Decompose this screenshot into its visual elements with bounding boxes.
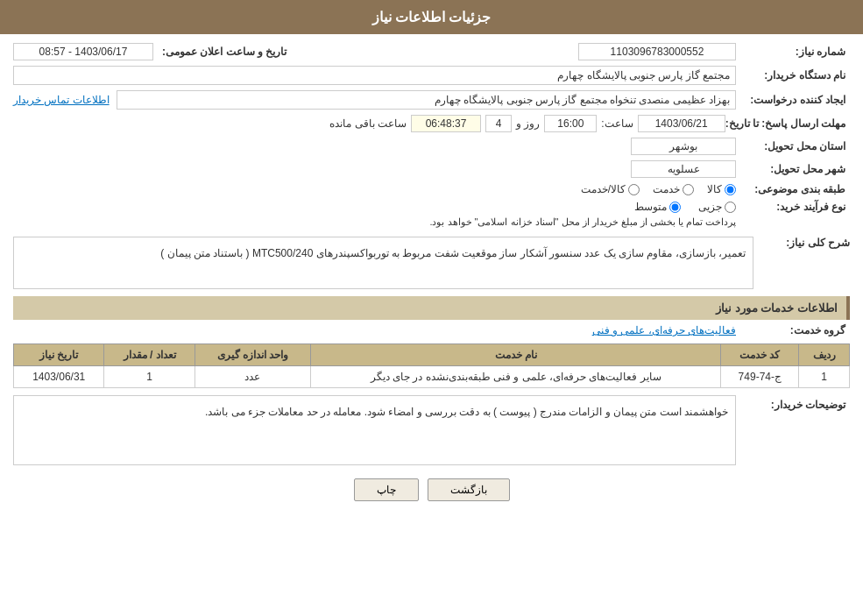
- table-row: 1 ج-74-749 سایر فعالیت‌های حرفه‌ای، علمی…: [14, 366, 850, 388]
- deadline-remaining-label: ساعت باقی مانده: [329, 117, 407, 130]
- purchase-type-jozi[interactable]: جزیی: [698, 201, 736, 213]
- deadline-label: مهلت ارسال پاسخ: تا تاریخ:: [725, 117, 850, 130]
- col-qty: تعداد / مقدار: [104, 344, 195, 366]
- back-button[interactable]: بازگشت: [428, 478, 510, 501]
- service-group-value[interactable]: فعالیت‌های حرفه‌ای، علمی و فنی: [592, 324, 736, 336]
- purchase-type-label: نوع فرآیند خرید:: [736, 201, 850, 213]
- buyer-notes-value: خواهشمند است متن پیمان و الزامات مندرج (…: [13, 395, 736, 465]
- purchase-type-note: پرداخت تمام یا بخشی از مبلغ خریدار از مح…: [13, 216, 736, 228]
- page-title: جزئیات اطلاعات نیاز: [372, 10, 492, 25]
- print-button[interactable]: چاپ: [354, 478, 419, 501]
- cell-unit: عدد: [195, 366, 310, 388]
- action-buttons: بازگشت چاپ: [13, 478, 850, 501]
- cell-code: ج-74-749: [721, 366, 799, 388]
- buyer-org-value: مجتمع گاز پارس جنوبی پالایشگاه چهارم: [13, 66, 736, 85]
- cell-name: سایر فعالیت‌های حرفه‌ای، علمی و فنی طبقه…: [311, 366, 721, 388]
- col-code: کد خدمت: [721, 344, 799, 366]
- cell-qty: 1: [104, 366, 195, 388]
- col-row: ردیف: [799, 344, 850, 366]
- contact-link[interactable]: اطلاعات تماس خریدار: [13, 94, 110, 106]
- col-unit: واحد اندازه گیری: [195, 344, 310, 366]
- category-option-khedmat[interactable]: خدمت: [653, 183, 694, 195]
- announce-date-value: 1403/06/17 - 08:57: [13, 43, 153, 60]
- cell-row: 1: [799, 366, 850, 388]
- deadline-time: 16:00: [544, 115, 597, 132]
- need-number-label: شماره نیاز:: [736, 46, 850, 58]
- province-label: استان محل تحویل:: [736, 140, 850, 152]
- category-option-kala-khedmat[interactable]: کالا/خدمت: [581, 183, 640, 195]
- col-date: تاریخ نیاز: [14, 344, 104, 366]
- buyer-notes-label: توضیحات خریدار:: [736, 395, 850, 411]
- page-header: جزئیات اطلاعات نیاز: [0, 0, 863, 34]
- city-label: شهر محل تحویل:: [736, 163, 850, 175]
- deadline-days-label: روز و: [516, 117, 540, 130]
- category-option-kala[interactable]: کالا: [707, 183, 736, 195]
- need-desc-label: شرح کلی نیاز:: [762, 237, 850, 249]
- need-number-value: 1103096783000552: [578, 43, 736, 60]
- cell-date: 1403/06/31: [14, 366, 104, 388]
- creator-label: ایجاد کننده درخواست:: [736, 94, 850, 106]
- category-label: طبقه بندی موضوعی:: [736, 183, 850, 195]
- province-value: بوشهر: [631, 138, 736, 155]
- service-group-label: گروه خدمت:: [736, 324, 850, 336]
- creator-value: بهزاد عظیمی منصدی تنخواه مجتمع گاز پارس …: [117, 90, 736, 110]
- col-name: نام خدمت: [311, 344, 721, 366]
- deadline-days: 4: [485, 115, 512, 132]
- need-desc-value: تعمیر، بازسازی، مقاوم سازی یک عدد سنسور …: [13, 237, 753, 289]
- purchase-type-motavasset[interactable]: متوسط: [634, 201, 681, 213]
- services-section-title: اطلاعات خدمات مورد نیاز: [13, 296, 850, 320]
- announce-date-label: تاریخ و ساعت اعلان عمومی:: [162, 46, 286, 58]
- deadline-remaining: 06:48:37: [411, 115, 481, 132]
- services-table: ردیف کد خدمت نام خدمت واحد اندازه گیری ت…: [13, 343, 850, 388]
- deadline-date: 1403/06/21: [638, 115, 725, 132]
- buyer-org-label: نام دستگاه خریدار:: [736, 69, 850, 81]
- city-value: عسلویه: [631, 160, 736, 178]
- deadline-time-label: ساعت:: [601, 117, 633, 130]
